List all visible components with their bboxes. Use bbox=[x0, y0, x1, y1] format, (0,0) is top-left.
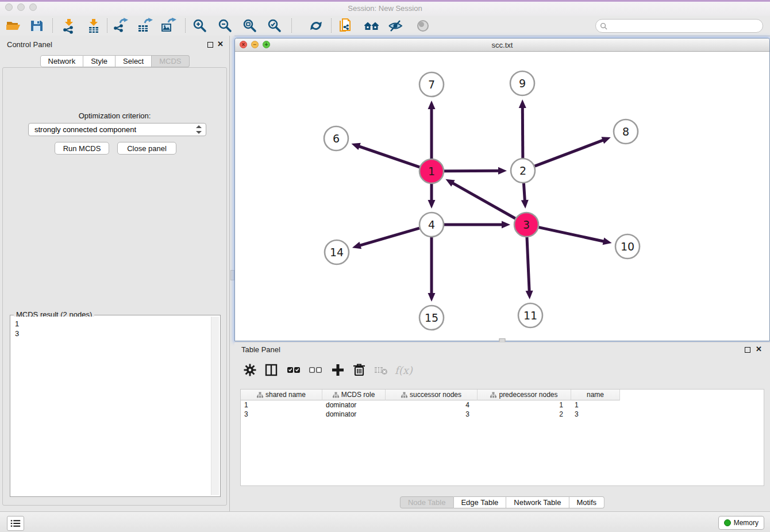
export-image-icon[interactable] bbox=[160, 18, 176, 34]
toolbar-separator bbox=[331, 18, 332, 33]
hide-selected-icon[interactable] bbox=[387, 18, 403, 34]
zoom-selected-icon[interactable] bbox=[267, 18, 283, 34]
hierarchy-icon bbox=[490, 392, 496, 398]
delete-column-icon[interactable] bbox=[351, 362, 367, 378]
edge-3-11[interactable] bbox=[527, 237, 529, 294]
table-cell[interactable]: 3 bbox=[386, 410, 478, 419]
zoom-out-icon[interactable] bbox=[217, 18, 233, 34]
edge-3-1[interactable] bbox=[450, 182, 515, 218]
arrowhead-icon bbox=[526, 291, 533, 299]
arrowhead-icon bbox=[521, 200, 529, 209]
main-toolbar bbox=[0, 16, 770, 36]
deselect-all-rows-icon[interactable] bbox=[307, 362, 324, 378]
table-cell[interactable]: 2 bbox=[478, 410, 571, 419]
table-cell[interactable]: dominator bbox=[322, 410, 386, 419]
mcds-result-group: MCDS result (2 nodes) 13 bbox=[10, 315, 221, 497]
close-panel-icon[interactable]: ✕ bbox=[217, 40, 224, 48]
tab-edge-table[interactable]: Edge Table bbox=[453, 496, 506, 508]
task-history-button[interactable] bbox=[7, 516, 24, 531]
arrowhead-icon bbox=[352, 242, 361, 249]
column-header-predecessor-nodes[interactable]: predecessor nodes bbox=[478, 390, 571, 400]
float-panel-icon[interactable] bbox=[745, 347, 750, 353]
vertical-splitter[interactable] bbox=[230, 36, 234, 511]
column-header-MCDS-role[interactable]: MCDS role bbox=[322, 390, 386, 400]
hierarchy-icon bbox=[401, 392, 407, 398]
node-label-3: 3 bbox=[523, 218, 530, 231]
import-network-icon[interactable] bbox=[61, 18, 77, 34]
table-toolbar: f(x) bbox=[234, 360, 770, 383]
node-label-7: 7 bbox=[428, 78, 435, 91]
mcds-result-item[interactable]: 3 bbox=[15, 329, 211, 338]
table-cell[interactable]: 1 bbox=[571, 400, 620, 410]
table-panel: Table Panel ✕ bbox=[234, 342, 770, 511]
tab-motifs[interactable]: Motifs bbox=[569, 496, 605, 508]
edge-2-8[interactable] bbox=[535, 139, 606, 166]
edge-4-14[interactable] bbox=[357, 228, 419, 246]
list-icon bbox=[10, 519, 21, 528]
network-window-titlebar[interactable]: × − + scc.txt bbox=[235, 38, 769, 52]
settings-gear-icon[interactable] bbox=[242, 362, 258, 378]
add-column-icon[interactable] bbox=[330, 362, 346, 378]
column-label: shared name bbox=[265, 391, 306, 399]
show-all-icon[interactable] bbox=[415, 18, 431, 34]
tab-network-table[interactable]: Network Table bbox=[506, 496, 569, 508]
network-window: × − + scc.txt 7968124314101511 bbox=[234, 38, 770, 341]
arrowhead-icon bbox=[428, 101, 436, 109]
toolbar-separator bbox=[52, 18, 53, 33]
export-table-icon[interactable] bbox=[137, 18, 153, 34]
open-session-icon[interactable] bbox=[5, 18, 21, 34]
network-title: scc.txt bbox=[235, 38, 769, 51]
splitter-grip[interactable] bbox=[230, 270, 234, 280]
edge-3-10[interactable] bbox=[539, 228, 607, 242]
table-row[interactable]: 3dominator323 bbox=[241, 410, 764, 419]
tab-network[interactable]: Network bbox=[40, 55, 83, 67]
export-network-icon[interactable] bbox=[113, 18, 129, 34]
table-cell[interactable]: 1 bbox=[478, 400, 571, 410]
toolbar-separator bbox=[107, 18, 107, 33]
tab-select[interactable]: Select bbox=[116, 55, 152, 67]
mcds-result-item[interactable]: 1 bbox=[15, 319, 211, 329]
arrowhead-icon bbox=[428, 200, 436, 209]
column-header-successor-nodes[interactable]: successor nodes bbox=[386, 390, 478, 400]
table-cell[interactable]: 3 bbox=[241, 410, 322, 419]
arrowhead-icon bbox=[603, 238, 612, 245]
column-label: successor nodes bbox=[410, 391, 461, 399]
refresh-icon[interactable] bbox=[308, 18, 324, 34]
column-browser-icon[interactable] bbox=[263, 362, 279, 378]
float-panel-icon[interactable] bbox=[207, 42, 213, 48]
criterion-select[interactable]: strongly connected component bbox=[28, 123, 206, 136]
close-panel-button[interactable]: Close panel bbox=[117, 142, 176, 155]
network-canvas[interactable]: 7968124314101511 bbox=[235, 52, 769, 341]
zoom-in-icon[interactable] bbox=[192, 18, 208, 34]
edge-1-6[interactable] bbox=[356, 145, 419, 167]
arrowhead-icon bbox=[498, 167, 507, 175]
import-table-icon[interactable] bbox=[86, 18, 102, 34]
criterion-value: strongly connected component bbox=[34, 125, 136, 134]
edge-1-2[interactable] bbox=[444, 171, 502, 171]
table-row[interactable]: 1dominator411 bbox=[241, 400, 764, 410]
network-graph: 7968124314101511 bbox=[235, 52, 769, 341]
close-panel-icon[interactable]: ✕ bbox=[756, 345, 762, 353]
table-cell[interactable]: 3 bbox=[571, 410, 620, 419]
delete-table-icon bbox=[373, 362, 389, 378]
toolbar-separator bbox=[185, 18, 186, 33]
edge-2-9[interactable] bbox=[522, 105, 523, 158]
table-cell[interactable]: 1 bbox=[241, 400, 322, 410]
tab-node-table[interactable]: Node Table bbox=[400, 496, 454, 508]
control-panel: Control Panel ✕ NetworkStyleSelectMCDS O… bbox=[0, 36, 230, 511]
save-session-icon[interactable] bbox=[29, 18, 45, 34]
tab-style[interactable]: Style bbox=[83, 55, 116, 67]
result-scrollbar[interactable] bbox=[211, 317, 219, 495]
table-cell[interactable]: 4 bbox=[386, 400, 478, 410]
first-neighbors-icon[interactable] bbox=[364, 18, 380, 34]
search-input[interactable] bbox=[607, 21, 763, 31]
memory-button[interactable]: Memory bbox=[718, 516, 764, 530]
clone-network-icon[interactable] bbox=[337, 18, 353, 34]
run-mcds-button[interactable]: Run MCDS bbox=[55, 142, 109, 155]
tab-mcds[interactable]: MCDS bbox=[152, 55, 189, 67]
zoom-fit-icon[interactable] bbox=[242, 18, 258, 34]
table-cell[interactable]: dominator bbox=[322, 400, 386, 410]
column-header-shared-name[interactable]: shared name bbox=[241, 390, 322, 400]
column-header-name[interactable]: name bbox=[571, 390, 620, 400]
select-all-rows-icon[interactable] bbox=[286, 362, 302, 378]
